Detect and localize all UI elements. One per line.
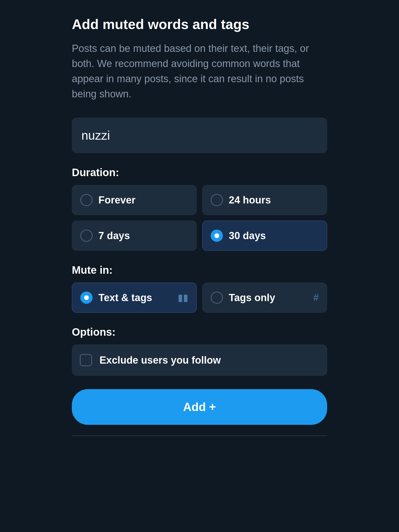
radio-text-tags	[80, 292, 93, 304]
exclude-following-label: Exclude users you follow	[99, 355, 221, 366]
duration-30days-label: 30 days	[229, 230, 266, 242]
page-title: Add muted words and tags	[72, 16, 327, 32]
duration-7days[interactable]: 7 days	[72, 221, 197, 251]
page-description: Posts can be muted based on their text, …	[72, 41, 327, 102]
radio-forever	[80, 194, 93, 206]
options-label: Options:	[72, 326, 327, 338]
radio-7days	[80, 230, 93, 242]
exclude-following-checkbox[interactable]	[80, 354, 92, 366]
main-container: Add muted words and tags Posts can be mu…	[72, 16, 327, 436]
mute-text-tags-inner: Text & tags ▮▮	[80, 292, 188, 304]
duration-24hours-label: 24 hours	[229, 194, 271, 206]
duration-forever-label: Forever	[98, 194, 135, 206]
duration-label: Duration:	[72, 167, 327, 178]
hash-icon: #	[313, 292, 319, 303]
bottom-divider	[72, 435, 327, 436]
radio-24hours	[211, 194, 223, 206]
exclude-following-option[interactable]: Exclude users you follow	[72, 344, 327, 376]
duration-forever[interactable]: Forever	[72, 185, 197, 215]
mute-text-tags[interactable]: Text & tags ▮▮	[72, 282, 197, 313]
duration-options: Forever 24 hours 7 days 30 days	[72, 185, 327, 251]
text-tags-icon: ▮▮	[178, 292, 188, 303]
duration-30days[interactable]: 30 days	[202, 221, 327, 251]
mute-text-tags-label: Text & tags	[98, 292, 152, 304]
mute-tags-only-left: Tags only	[211, 292, 275, 304]
add-button[interactable]: Add +	[72, 389, 327, 425]
word-input[interactable]	[72, 118, 327, 153]
options-section: Options: Exclude users you follow	[72, 326, 327, 376]
mute-tags-only-label: Tags only	[229, 292, 275, 304]
mute-text-tags-left: Text & tags	[80, 292, 152, 304]
mute-in-label: Mute in:	[72, 264, 327, 276]
mute-in-options: Text & tags ▮▮ Tags only #	[72, 282, 327, 313]
mute-tags-only-inner: Tags only #	[211, 292, 319, 304]
duration-7days-label: 7 days	[98, 230, 130, 242]
duration-24hours[interactable]: 24 hours	[202, 185, 327, 215]
radio-tags-only	[211, 292, 223, 304]
mute-tags-only[interactable]: Tags only #	[202, 282, 327, 313]
radio-30days	[211, 230, 223, 242]
